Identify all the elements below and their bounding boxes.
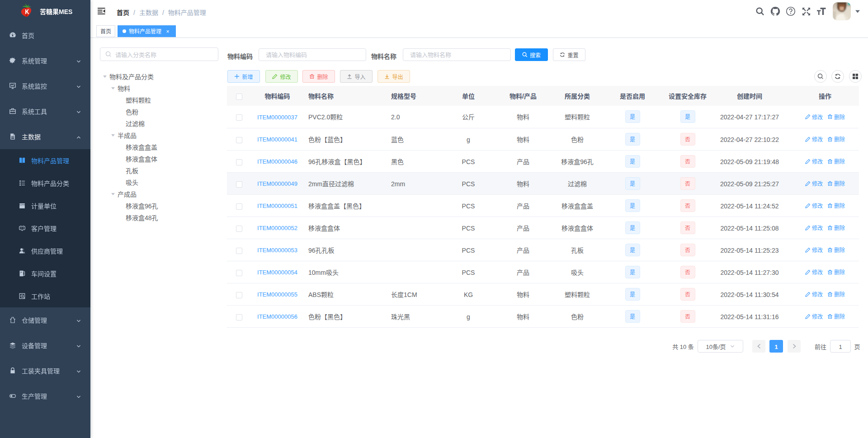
svg-text:2F: 2F [20, 271, 22, 273]
